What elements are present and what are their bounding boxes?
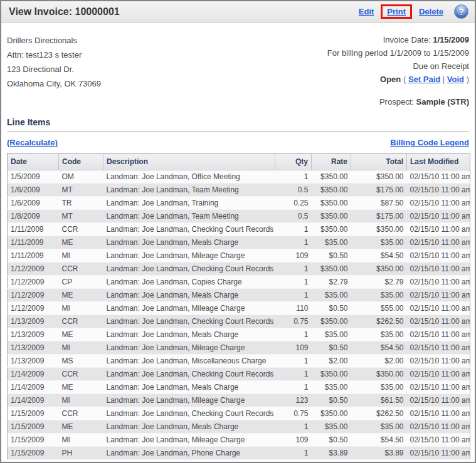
bill-to-attn: Attn: test123 s tester <box>7 48 101 62</box>
rate-cell: $350.00 <box>312 263 351 276</box>
last-modified-cell: 02/15/10 11:00 am <box>407 210 470 223</box>
description-cell: Landman: Joe Landman, Meals Charge <box>103 420 275 434</box>
delete-link[interactable]: Delete <box>419 7 443 16</box>
date-cell: 1/8/2009 <box>8 210 59 223</box>
invoice-info-row: Drillers Directionals Attn: test123 s te… <box>7 33 469 91</box>
last-modified-cell: 02/15/10 11:00 am <box>407 447 470 460</box>
rate-cell: $350.00 <box>312 184 351 197</box>
help-icon[interactable]: ? <box>454 4 468 19</box>
date-cell: 1/12/2009 <box>8 302 59 315</box>
open-paren: ( <box>403 75 406 84</box>
last-modified-cell: 02/15/10 11:00 am <box>407 368 470 381</box>
billing-code-legend-link[interactable]: Billing Code Legend <box>390 138 469 147</box>
description-cell: Landman: Joe Landman, Mileage Charge <box>103 302 275 315</box>
line-items-header: DateCodeDescriptionQtyRateTotalLast Modi… <box>8 153 470 170</box>
code-cell: CCR <box>59 263 103 276</box>
qty-cell: 1 <box>275 236 312 249</box>
due-terms-line: Due on Receipt <box>327 60 469 73</box>
table-row: 1/6/2009MTLandman: Joe Landman, Team Mee… <box>8 184 470 197</box>
rate-cell: $0.50 <box>312 249 351 263</box>
print-link[interactable]: Print <box>387 7 406 16</box>
total-cell: $350.00 <box>351 368 407 381</box>
edit-link[interactable]: Edit <box>359 7 374 16</box>
pipe-separator: | <box>443 75 445 84</box>
total-cell: $350.00 <box>351 170 407 184</box>
table-row: 1/12/2009CCRLandman: Joe Landman, Checki… <box>8 263 470 276</box>
date-cell: 1/11/2009 <box>8 249 59 263</box>
content-area: Drillers Directionals Attn: test123 s te… <box>1 23 475 462</box>
qty-cell: 0.75 <box>275 315 312 328</box>
last-modified-cell: 02/15/10 11:00 am <box>407 236 470 249</box>
bill-to-name: Drillers Directionals <box>7 33 101 48</box>
print-highlight-annotation: Print <box>381 4 412 19</box>
total-cell: $262.50 <box>351 407 407 420</box>
total-cell: $35.00 <box>351 381 407 394</box>
last-modified-cell: 02/15/10 11:00 am <box>407 355 470 368</box>
code-cell: CP <box>59 276 103 289</box>
qty-cell: 1 <box>275 223 312 236</box>
description-cell: Landman: Joe Landman, Checking Court Rec… <box>103 223 275 236</box>
bill-to-address: Drillers Directionals Attn: test123 s te… <box>7 33 101 91</box>
table-row: 1/11/2009CCRLandman: Joe Landman, Checki… <box>8 223 470 236</box>
qty-cell: 1 <box>275 289 312 302</box>
total-cell: $175.00 <box>351 184 407 197</box>
qty-cell: 1 <box>275 420 312 434</box>
total-cell: $3.89 <box>351 447 407 460</box>
rate-cell: $350.00 <box>312 210 351 223</box>
qty-cell: 1 <box>275 368 312 381</box>
rate-cell: $350.00 <box>312 223 351 236</box>
column-header-total: Total <box>351 153 407 170</box>
last-modified-cell: 02/15/10 11:00 am <box>407 289 470 302</box>
rate-cell: $35.00 <box>312 289 351 302</box>
code-cell: CCR <box>59 315 103 328</box>
recalculate-link[interactable]: (Recalculate) <box>7 138 58 147</box>
invoice-page: View Invoice: 10000001 Edit Print Delete… <box>0 0 476 463</box>
rate-cell: $35.00 <box>312 381 351 394</box>
table-row: 1/8/2009MTLandman: Joe Landman, Team Mee… <box>8 210 470 223</box>
code-cell: CCR <box>59 407 103 420</box>
prospect-value: Sample (STR) <box>416 97 469 107</box>
date-cell: 1/6/2009 <box>8 197 59 210</box>
rate-cell: $350.00 <box>312 315 351 328</box>
rate-cell: $0.50 <box>312 302 351 315</box>
total-cell: $175.00 <box>351 210 407 223</box>
total-cell: $35.00 <box>351 236 407 249</box>
date-cell: 1/11/2009 <box>8 236 59 249</box>
rate-cell: $2.79 <box>312 276 351 289</box>
date-cell: 1/11/2009 <box>8 223 59 236</box>
date-cell: 1/13/2009 <box>8 315 59 328</box>
total-cell: $87.50 <box>351 197 407 210</box>
status-badge: Open <box>380 75 401 84</box>
rate-cell: $2.00 <box>312 355 351 368</box>
last-modified-cell: 02/15/10 11:00 am <box>407 223 470 236</box>
last-modified-cell: 02/15/10 11:00 am <box>407 302 470 315</box>
code-cell: MI <box>59 341 103 355</box>
date-cell: 1/15/2009 <box>8 434 59 447</box>
code-cell: ME <box>59 236 103 249</box>
qty-cell: 109 <box>275 434 312 447</box>
close-paren: ) <box>467 75 469 84</box>
description-cell: Landman: Joe Landman, Meals Charge <box>103 381 275 394</box>
set-paid-link[interactable]: Set Paid <box>408 75 440 84</box>
description-cell: Landman: Joe Landman, Team Meeting <box>103 184 275 197</box>
table-row: 1/15/2009MELandman: Joe Landman, Meals C… <box>8 420 470 434</box>
code-cell: MI <box>59 302 103 315</box>
date-cell: 1/13/2009 <box>8 328 59 341</box>
date-cell: 1/15/2009 <box>8 447 59 460</box>
invoice-date-value: 1/15/2009 <box>433 35 469 44</box>
date-cell: 1/12/2009 <box>8 289 59 302</box>
void-link[interactable]: Void <box>447 75 464 84</box>
total-cell: $54.50 <box>351 341 407 355</box>
rate-cell: $35.00 <box>312 420 351 434</box>
description-cell: Landman: Joe Landman, Checking Court Rec… <box>103 315 275 328</box>
table-links-row: (Recalculate) Billing Code Legend <box>7 138 469 147</box>
description-cell: Landman: Joe Landman, Mileage Charge <box>103 394 275 407</box>
table-row: 1/13/2009MELandman: Joe Landman, Meals C… <box>8 328 470 341</box>
bill-to-street: 123 Directional Dr. <box>7 62 101 76</box>
rate-cell: $35.00 <box>312 328 351 341</box>
description-cell: Landman: Joe Landman, Meals Charge <box>103 289 275 302</box>
last-modified-cell: 02/15/10 11:00 am <box>407 197 470 210</box>
column-header-code: Code <box>59 153 103 170</box>
description-cell: Landman: Joe Landman, Checking Court Rec… <box>103 407 275 420</box>
prospect-line: Prospect: Sample (STR) <box>7 97 469 107</box>
